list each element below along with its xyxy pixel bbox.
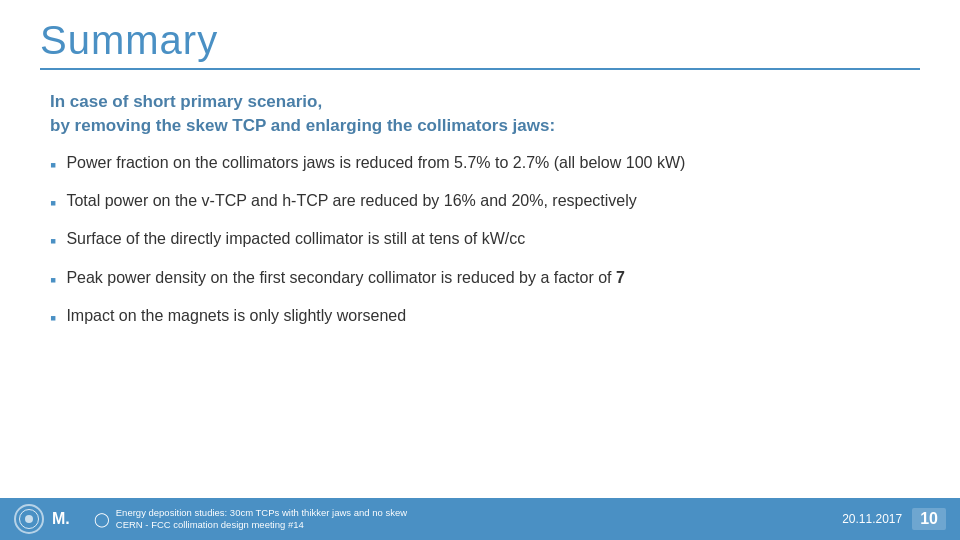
footer-center: ◯ Energy deposition studies: 30cm TCPs w… [94,507,842,532]
slide: Summary In case of short primary scenari… [0,0,960,540]
intro-line2: by removing the skew TCP and enlarging t… [50,116,920,136]
bullet-text-0: Power fraction on the collimators jaws i… [66,152,920,174]
cern-logo [14,504,44,534]
footer-date: 20.11.2017 [842,512,902,526]
bullet-item: ▪Total power on the v-TCP and h-TCP are … [50,190,920,216]
bullet-marker: ▪ [50,191,56,216]
footer-page: 10 [912,508,946,530]
title-section: Summary [40,18,920,70]
event-line1: Energy deposition studies: 30cm TCPs wit… [116,507,407,519]
bullet-list: ▪Power fraction on the collimators jaws … [40,152,920,331]
bullet-marker: ▪ [50,229,56,254]
bullet-marker: ▪ [50,306,56,331]
slide-title: Summary [40,18,920,62]
footer-event-text: Energy deposition studies: 30cm TCPs wit… [116,507,407,532]
intro-line1: In case of short primary scenario, [50,92,920,112]
footer-right: 20.11.2017 10 [842,508,946,530]
bullet-marker: ▪ [50,153,56,178]
author-initial: M. [52,510,70,528]
bullet-item: ▪Surface of the directly impacted collim… [50,228,920,254]
bullet-item: ▪Impact on the magnets is only slightly … [50,305,920,331]
bullet-text-1: Total power on the v-TCP and h-TCP are r… [66,190,920,212]
bullet-text-3: Peak power density on the first secondar… [66,267,920,289]
bullet-marker: ▪ [50,268,56,293]
bullet-text-2: Surface of the directly impacted collima… [66,228,920,250]
footer: M. ◯ Energy deposition studies: 30cm TCP… [0,498,960,540]
event-line2: CERN - FCC collimation design meeting #1… [116,519,407,531]
pin-icon: ◯ [94,511,110,527]
bullet-text-4: Impact on the magnets is only slightly w… [66,305,920,327]
bullet-item: ▪Peak power density on the first seconda… [50,267,920,293]
bullet-item: ▪Power fraction on the collimators jaws … [50,152,920,178]
logo-inner [19,509,39,529]
intro-text: In case of short primary scenario, by re… [40,92,920,136]
